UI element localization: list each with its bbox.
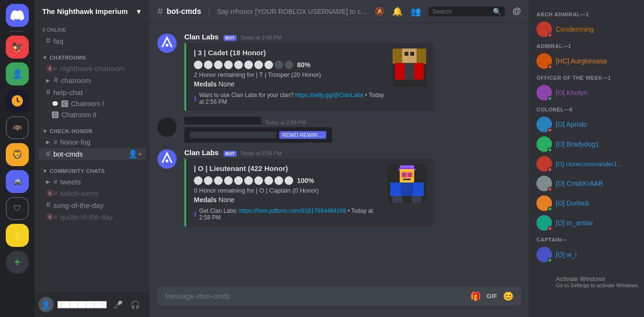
c9: [274, 176, 283, 185]
member-item-durlock[interactable]: [O] Durlock: [533, 194, 640, 213]
chatroom-icon-2: C: [52, 111, 59, 118]
member-item-aurgloroasa[interactable]: [HC] Aurgloroasa: [533, 51, 640, 71]
category-chatrooms[interactable]: ▼ CHATROOMS: [35, 47, 150, 62]
member-item-cmdrkraab[interactable]: [O] CmdrKrAAB: [533, 174, 640, 193]
message-header-2: Today at 2:58 PM: [184, 117, 521, 125]
c7: [254, 176, 263, 185]
server-icon-1[interactable]: 🦅: [6, 36, 29, 59]
channel-item-song-of-the-day[interactable]: # song-of-the-day: [38, 199, 146, 211]
circle-3: [214, 61, 223, 69]
server-icon-7[interactable]: 🛡: [6, 197, 29, 220]
embed-info-2: ℹ Get Clan Labs: https://form.jotform.co…: [194, 207, 382, 221]
message-content-3: Clan Labs BOT Today at 2:58 PM | O | Lie…: [184, 148, 521, 227]
search-input[interactable]: [432, 8, 490, 15]
status-dot-khotyn: [548, 96, 552, 101]
chevron-icon: ▼: [42, 168, 48, 174]
channel-item-tweets[interactable]: ▶ # tweets: [38, 176, 146, 187]
redacted-content: REWD REWIN ...: [184, 127, 521, 143]
emoji-icon[interactable]: 😊: [503, 291, 513, 302]
channel-item-quote-of-the-day[interactable]: 🔇# quote-of-the-day: [38, 211, 146, 222]
honor-percent-1: 80%: [297, 61, 310, 69]
channel-item-chatroom[interactable]: ▶ # chatroom: [38, 74, 146, 86]
embed-remaining-1: 2 Honor remaining for | T | Trooper (20 …: [194, 71, 387, 78]
clan-labs-link-2[interactable]: https://form.jotform.com/81817694484168: [239, 207, 346, 214]
channel-item-chatroom-2[interactable]: C Chatroom II: [38, 110, 146, 120]
message-input[interactable]: [165, 287, 465, 305]
channel-item-help-chat[interactable]: # help-chat: [38, 86, 146, 98]
member-name-condemning: Condemning: [556, 25, 594, 33]
member-item-condemning[interactable]: Condemning: [533, 20, 640, 39]
circle-7: [254, 61, 263, 69]
message-group-3: Clan Labs BOT Today at 2:58 PM | O | Lie…: [150, 146, 529, 229]
server-icon-4[interactable]: 🦇: [6, 116, 29, 139]
add-server-button[interactable]: +: [6, 251, 29, 274]
svg-rect-19: [401, 172, 413, 178]
members-icon[interactable]: 👥: [410, 6, 421, 17]
server-header[interactable]: The Nighthawk Imperium ▼: [35, 0, 150, 23]
member-name-wi: [O] w_i: [556, 251, 577, 258]
message-input-wrapper: 🎁 GIF 😊: [157, 287, 521, 305]
members-panel: ARCH ADMIRAL—1 Condemning ADMIRAL—1 [HC]…: [529, 0, 644, 317]
channel-item-honor-log[interactable]: ▶ # honor-log: [38, 136, 146, 147]
member-name-aurgloroasa: [HC] Aurgloroasa: [556, 57, 607, 65]
hash-muted-icon: 🔇#: [46, 190, 57, 197]
server-icon-8[interactable]: ⭐: [6, 224, 29, 247]
server-icon-5[interactable]: 🦁: [6, 143, 29, 166]
add-member-icon[interactable]: 👤+: [128, 149, 142, 158]
hash-icon: #: [46, 150, 50, 158]
honor-bar-1: 80%: [194, 61, 387, 69]
channel-item-twitch-alerts[interactable]: 🔇# twitch-alerts: [38, 188, 146, 199]
server-icon-6[interactable]: 🚔: [6, 170, 29, 193]
channel-item-faq[interactable]: # faq: [38, 35, 146, 47]
message-time-3: Today at 2:58 PM: [240, 150, 282, 156]
notification-icon[interactable]: 🔔: [392, 6, 403, 17]
arrow-icon: ▶: [46, 78, 50, 83]
channel-name-header: bot-cmds: [167, 7, 201, 16]
discord-home-icon[interactable]: [6, 4, 29, 27]
member-item-apriolo[interactable]: [O] Apriolo: [533, 115, 640, 134]
member-avatar-aurgloroasa: [537, 53, 552, 69]
voice-icon: 💬: [52, 101, 59, 107]
chevron-down-icon: ▼: [135, 8, 142, 15]
honor-bar-2: 100%: [194, 176, 382, 185]
clan-labs-link-1[interactable]: https://selly.gg/@ClanLabs: [295, 92, 363, 98]
category-check-honor[interactable]: ▼ CHECK-HONOR: [35, 121, 150, 136]
channel-item-bot-cmds[interactable]: # bot-cmds 👤+: [38, 148, 146, 160]
circle-8: [264, 61, 273, 69]
bot-badge-1: BOT: [224, 35, 237, 41]
embed-body-1: | 3 | Cadet (18 Honor): [194, 49, 426, 105]
user-info: ████████████: [58, 301, 107, 308]
mute-button[interactable]: 🎤: [110, 297, 126, 312]
channel-item-chatroom-1[interactable]: 💬 C Chatroom I: [38, 98, 146, 109]
member-item-khotyn[interactable]: [O] Khotyn: [533, 83, 640, 102]
member-item-bradydog1[interactable]: [O] Bradydog1: [533, 134, 640, 154]
channel-item-nighthawk-chatroom[interactable]: 🔇# nighthawk-chatroom: [38, 63, 146, 74]
embed-info-text-2: Get Clan Labs: https://form.jotform.com/…: [199, 207, 382, 221]
member-name-marstar: [O] m_arstar: [556, 219, 593, 227]
hash-icon: #: [46, 201, 50, 209]
embed-text-1: | 3 | Cadet (18 Honor): [194, 49, 387, 105]
at-icon[interactable]: @: [513, 6, 521, 16]
svg-rect-21: [390, 183, 401, 196]
clan-labs-avatar-1: [157, 34, 177, 53]
server-icon-3[interactable]: [6, 89, 29, 112]
svg-rect-24: [412, 196, 421, 203]
category-community-chats[interactable]: ▼ COMMUNITY CHATS: [35, 160, 150, 176]
honor-circles-1: [194, 61, 293, 69]
deafen-button[interactable]: 🎧: [128, 297, 143, 312]
circle-9: [274, 61, 283, 69]
header-icons: 🔕 🔔 👥 🔍 @: [375, 6, 521, 17]
bell-strikethrough-icon[interactable]: 🔕: [375, 7, 384, 16]
gift-icon[interactable]: 🎁: [470, 291, 481, 302]
embed-rank-1: | 3 | Cadet (18 Honor): [194, 49, 387, 57]
member-avatar-bradydog1: [537, 136, 552, 152]
message-input-area: 🎁 GIF 😊: [150, 287, 529, 317]
server-icon-2[interactable]: 👤: [6, 62, 29, 85]
member-item-marstar[interactable]: [O] m_arstar: [533, 213, 640, 232]
search-bar[interactable]: 🔍: [429, 7, 505, 16]
member-item-wi[interactable]: [O] w_i: [533, 245, 640, 264]
gif-icon[interactable]: GIF: [487, 293, 497, 300]
member-avatar-wi: [537, 247, 552, 262]
hash-icon: #: [46, 88, 50, 97]
member-item-clonecommander[interactable]: [O] clonecommander1...: [533, 154, 640, 173]
